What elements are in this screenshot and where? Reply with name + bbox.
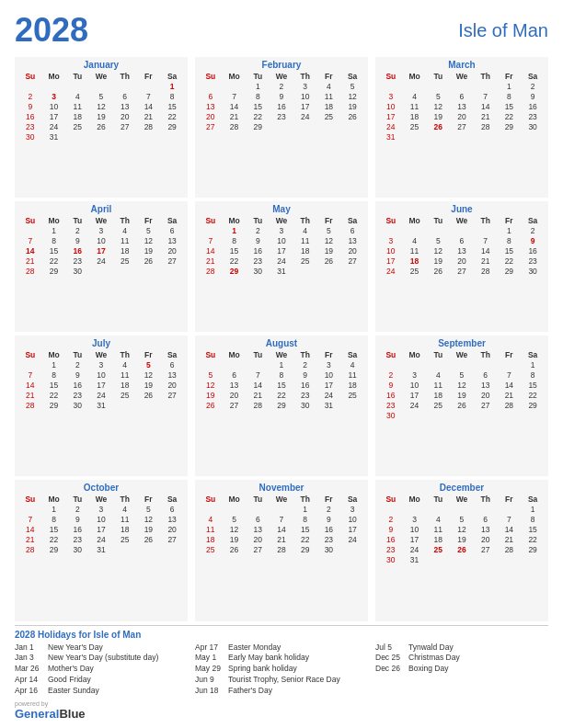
cal-day: 22 bbox=[498, 111, 522, 121]
cal-day: 9 bbox=[246, 235, 270, 245]
cal-day: 9 bbox=[65, 370, 89, 380]
day-header: Mo bbox=[42, 495, 66, 504]
cal-day: 11 bbox=[426, 380, 450, 390]
cal-day-empty bbox=[18, 504, 42, 514]
day-header: Sa bbox=[160, 350, 184, 359]
cal-day: 1 bbox=[246, 81, 270, 91]
cal-day: 18 bbox=[113, 380, 137, 390]
day-header: Mo bbox=[403, 216, 427, 225]
holiday-name: Easter Sunday bbox=[48, 686, 99, 697]
day-header: Th bbox=[474, 216, 498, 225]
cal-day: 7 bbox=[474, 91, 498, 101]
cal-day: 9 bbox=[270, 91, 293, 101]
cal-day: 2 bbox=[65, 225, 89, 235]
cal-day: 1 bbox=[270, 359, 293, 370]
cal-day: 26 bbox=[137, 534, 161, 544]
cal-day: 5 bbox=[450, 514, 474, 524]
cal-day: 2 bbox=[317, 504, 341, 514]
cal-day: 19 bbox=[199, 390, 223, 400]
cal-day: 16 bbox=[379, 534, 403, 544]
cal-day-empty bbox=[450, 410, 474, 420]
cal-day-empty bbox=[340, 121, 364, 131]
cal-day-empty bbox=[137, 266, 161, 276]
cal-day: 10 bbox=[379, 245, 403, 256]
month-block: NovemberSuMoTuWeThFrSa123456789101112131… bbox=[195, 480, 368, 620]
cal-day: 11 bbox=[113, 514, 137, 524]
holiday-name: Tourist Trophy, Senior Race Day bbox=[228, 675, 340, 686]
cal-day: 16 bbox=[246, 245, 270, 256]
cal-day: 3 bbox=[379, 235, 403, 245]
cal-day: 18 bbox=[426, 390, 450, 400]
cal-day: 17 bbox=[293, 101, 317, 111]
cal-day-empty bbox=[160, 544, 184, 554]
cal-day-empty bbox=[521, 554, 545, 564]
cal-day: 6 bbox=[160, 504, 184, 514]
holiday-name: New Year's Day bbox=[48, 643, 103, 654]
cal-table: SuMoTuWeThFrSa12345678910111213141516171… bbox=[199, 350, 364, 410]
holiday-item: Mar 26 Mother's Day bbox=[15, 664, 188, 675]
year-title: 2028 bbox=[15, 11, 88, 50]
cal-day: 4 bbox=[426, 514, 450, 524]
cal-day: 6 bbox=[199, 91, 223, 101]
cal-day: 1 bbox=[42, 504, 66, 514]
cal-day-empty bbox=[160, 400, 184, 410]
day-header: Th bbox=[293, 495, 317, 504]
holiday-date: Jan 3 bbox=[15, 653, 44, 664]
cal-day-empty bbox=[199, 81, 223, 91]
cal-day: 27 bbox=[340, 256, 364, 266]
cal-day-empty bbox=[379, 81, 403, 91]
cal-day: 17 bbox=[403, 390, 427, 400]
cal-day: 29 bbox=[42, 544, 66, 554]
cal-day: 5 bbox=[340, 81, 364, 91]
cal-day: 16 bbox=[18, 111, 42, 121]
cal-day: 14 bbox=[498, 380, 522, 390]
cal-day: 30 bbox=[521, 121, 545, 131]
month-name: September bbox=[379, 338, 545, 348]
day-header: We bbox=[89, 216, 113, 225]
month-name: January bbox=[18, 60, 184, 70]
cal-day: 24 bbox=[293, 111, 317, 121]
cal-day: 19 bbox=[340, 101, 364, 111]
cal-day: 26 bbox=[137, 256, 161, 266]
day-header: Mo bbox=[223, 72, 247, 81]
cal-day: 6 bbox=[450, 235, 474, 245]
day-header: Sa bbox=[160, 495, 184, 504]
holiday-name: Mother's Day bbox=[48, 664, 94, 675]
cal-day: 29 bbox=[160, 121, 184, 131]
day-header: Mo bbox=[42, 72, 66, 81]
cal-day: 20 bbox=[246, 534, 270, 544]
holiday-item: Dec 26 Boxing Day bbox=[375, 664, 548, 675]
cal-day: 14 bbox=[246, 380, 270, 390]
cal-day: 18 bbox=[426, 534, 450, 544]
day-header: Fr bbox=[317, 350, 341, 359]
cal-day: 1 bbox=[521, 359, 545, 370]
cal-day-empty bbox=[426, 81, 450, 91]
cal-day: 3 bbox=[340, 504, 364, 514]
day-header: Su bbox=[199, 495, 223, 504]
cal-day: 21 bbox=[498, 534, 522, 544]
cal-day: 8 bbox=[246, 91, 270, 101]
cal-day: 7 bbox=[498, 370, 522, 380]
cal-day: 26 bbox=[137, 390, 161, 400]
cal-day: 22 bbox=[521, 390, 545, 400]
cal-day: 31 bbox=[317, 400, 341, 410]
cal-day: 26 bbox=[223, 544, 247, 554]
month-name: June bbox=[379, 204, 545, 214]
cal-day: 23 bbox=[521, 256, 545, 266]
day-header: We bbox=[89, 350, 113, 359]
cal-day: 18 bbox=[199, 534, 223, 544]
cal-day: 1 bbox=[42, 359, 66, 370]
month-block: MaySuMoTuWeThFrSa12345678910111213141516… bbox=[195, 201, 368, 332]
cal-day: 22 bbox=[42, 390, 66, 400]
holiday-date: Jun 18 bbox=[195, 686, 224, 697]
cal-day: 18 bbox=[293, 245, 317, 256]
cal-day: 24 bbox=[270, 256, 293, 266]
cal-day: 19 bbox=[223, 534, 247, 544]
cal-day-empty bbox=[137, 131, 161, 142]
cal-day: 17 bbox=[89, 245, 113, 256]
cal-day-empty bbox=[223, 81, 247, 91]
cal-day: 27 bbox=[160, 256, 184, 266]
cal-day: 4 bbox=[403, 91, 427, 101]
cal-day: 29 bbox=[42, 400, 66, 410]
cal-day: 13 bbox=[223, 380, 247, 390]
